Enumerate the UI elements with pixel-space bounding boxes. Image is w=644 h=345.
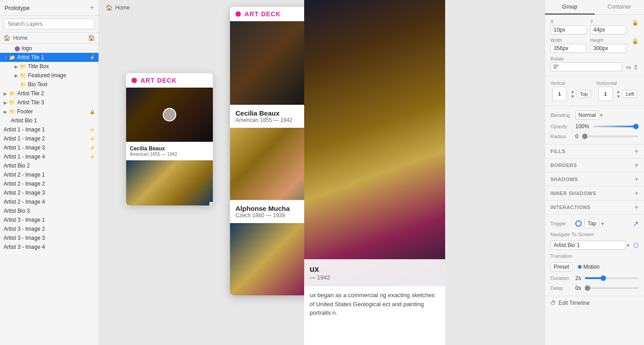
layer-item-featured-image[interactable]: ▶ 📁 Featured Image xyxy=(0,71,99,80)
layer-item-a3-img4[interactable]: Artist 3 - Image 4 xyxy=(0,242,99,252)
shadows-add-btn[interactable]: + xyxy=(635,175,639,183)
radius-track[interactable] xyxy=(582,135,639,137)
layer-item-a2-img2[interactable]: Artist 2 - Image 2 xyxy=(0,179,99,188)
y-input[interactable]: 44px xyxy=(590,25,626,34)
timeline-icon: ⏱ xyxy=(550,300,556,306)
tab-container[interactable]: Container xyxy=(595,0,644,14)
size-lock-icon[interactable]: 🔒 xyxy=(632,38,639,53)
horizontal-controls: 1 ▲ ▼ Left xyxy=(597,87,639,101)
layer-label-bio-text: Bio Text xyxy=(28,81,95,88)
layer-item-a1-img4[interactable]: Artist 1 - Image 4 ⚡ xyxy=(0,152,99,161)
breadcrumb-home-icon: 🏠 xyxy=(106,5,113,11)
blending-select[interactable]: Normal xyxy=(575,111,599,120)
navigate-select[interactable]: Artist Bio 1 xyxy=(550,241,626,250)
borders-section-header: BORDERS + xyxy=(545,159,644,172)
layer-label-a2-img2: Artist 2 - Image 2 xyxy=(4,181,95,187)
small-circle-handle[interactable] xyxy=(163,108,176,121)
layer-item-bio-text[interactable]: 📁 Bio Text xyxy=(0,80,99,89)
h-group: Height 300px xyxy=(590,38,626,53)
rotate-label: Rotate xyxy=(550,56,622,61)
opacity-track[interactable] xyxy=(593,126,639,127)
horizontal-select[interactable]: Left xyxy=(622,90,637,98)
home-row[interactable]: 🏠 Home 🏠 xyxy=(0,33,99,44)
layer-item-a3-img3[interactable]: Artist 3 - Image 3 xyxy=(0,233,99,242)
wh-row: Width 356px Height 300px 🔒 xyxy=(550,38,639,53)
xy-row: X 10px Y 44px 🔒 xyxy=(550,19,639,34)
home-icon-right: 🏠 xyxy=(88,35,95,41)
flip-h-icon[interactable]: ⇔ xyxy=(626,64,631,71)
trigger-select[interactable]: Tap xyxy=(584,219,599,228)
radius-label: Radius xyxy=(550,134,575,139)
layer-label-artist-bio-2: Artist Bio 2 xyxy=(4,163,95,169)
toggle-artist-tile-2: ▶ xyxy=(4,91,9,96)
vertical-select[interactable]: Top xyxy=(577,90,591,98)
layer-item-artist-tile-3[interactable]: ▶ 📁 Artist Tile 3 xyxy=(0,98,99,107)
layer-item-title-box[interactable]: ▶ 📁 Title Box xyxy=(0,62,99,71)
position-lock-icon[interactable]: 🔒 xyxy=(632,19,639,34)
layer-item-a3-img2[interactable]: Artist 3 - Image 2 xyxy=(0,224,99,233)
layer-item-artist-bio-1[interactable]: Artist Bio 1 xyxy=(0,116,99,125)
layer-item-artist-bio-2[interactable]: Artist Bio 2 xyxy=(0,161,99,170)
layer-label-a3-img3: Artist 3 - Image 3 xyxy=(4,235,95,241)
rotate-inputs: Rotate 0° ⇔ ⇕ xyxy=(550,56,639,71)
layer-item-artist-tile-2[interactable]: ▶ 📁 Artist Tile 2 xyxy=(0,89,99,98)
duration-thumb[interactable] xyxy=(601,275,606,281)
layer-item-logo[interactable]: ⬤ logo xyxy=(0,44,99,53)
edit-timeline-label: Edit Timeline xyxy=(559,300,590,306)
panel-title: Prototype xyxy=(5,5,30,11)
opacity-thumb[interactable] xyxy=(633,124,639,129)
radius-thumb[interactable] xyxy=(582,134,588,139)
layer-label-a1-img1: Artist 1 - Image 1 xyxy=(4,126,89,133)
fills-add-btn[interactable]: + xyxy=(635,147,639,155)
layer-item-a2-img4[interactable]: Artist 2 - Image 4 xyxy=(0,197,99,206)
interactions-add-btn[interactable]: + xyxy=(635,203,639,211)
small-artist-dates: American 1855 — 1942 xyxy=(130,152,209,157)
wh-inputs: Width 356px Height 300px 🔒 xyxy=(550,38,639,53)
toggle-footer: ▶ xyxy=(4,109,9,114)
layer-item-a2-img1[interactable]: Artist 2 - Image 1 xyxy=(0,170,99,179)
inner-shadows-add-btn[interactable]: + xyxy=(635,189,639,197)
navigate-external-icon[interactable]: ⬡ xyxy=(633,242,639,249)
toggle-featured-image: ▶ xyxy=(14,73,20,78)
borders-add-btn[interactable]: + xyxy=(635,161,639,169)
layer-item-a1-img3[interactable]: Artist 1 - Image 3 ⚡ xyxy=(0,143,99,152)
preset-motion-row: Preset Motion xyxy=(550,262,639,271)
flip-v-icon[interactable]: ⇕ xyxy=(633,64,639,71)
small-resize-handle[interactable] xyxy=(209,202,213,205)
layer-item-a1-img2[interactable]: Artist 1 - Image 2 ⚡ xyxy=(0,134,99,143)
layer-item-a2-img3[interactable]: Artist 2 - Image 3 xyxy=(0,188,99,197)
horizontal-up-btn[interactable]: ▲ xyxy=(616,89,621,94)
layer-item-artist-tile-1[interactable]: ▼ 📁 Artist Tile 1 ⚡ xyxy=(0,53,99,62)
preset-select[interactable]: Preset xyxy=(550,262,573,271)
delay-value: 0s xyxy=(575,285,581,291)
tab-group[interactable]: Group xyxy=(545,0,595,14)
layer-item-a1-img1[interactable]: Artist 1 - Image 1 ⚡ xyxy=(0,125,99,134)
layer-item-a3-img1[interactable]: Artist 3 - Image 1 xyxy=(0,215,99,224)
layer-item-footer[interactable]: ▶ 📁 Footer 🔒 xyxy=(0,107,99,116)
horizontal-down-btn[interactable]: ▼ xyxy=(616,94,621,99)
vertical-up-btn[interactable]: ▲ xyxy=(570,89,575,94)
badge-a1-img4: ⚡ xyxy=(89,154,95,159)
small-app-bar: ART DECK xyxy=(126,73,213,88)
y-group: Y 44px xyxy=(590,19,626,34)
w-input[interactable]: 356px xyxy=(550,44,587,53)
frame-small[interactable]: ART DECK Cecilia Beaux American 1855 — 1… xyxy=(126,73,213,205)
canvas-area[interactable]: 🏠 Home 100% ART DECK Cecilia Beaux Ameri… xyxy=(99,0,545,345)
x-input[interactable]: 10px xyxy=(550,25,587,34)
add-button[interactable]: + xyxy=(90,4,94,12)
layer-item-artist-bio-3[interactable]: Artist Bio 3 xyxy=(0,206,99,215)
h-input[interactable]: 300px xyxy=(590,44,626,53)
edit-timeline-row[interactable]: ⏱ Edit Timeline xyxy=(545,296,644,310)
rotate-input[interactable]: 0° xyxy=(550,62,622,71)
layer-icon-title-box: 📁 xyxy=(20,64,26,70)
layer-label-featured-image: Featured Image xyxy=(28,72,95,79)
inner-shadows-title: INNER SHADOWS xyxy=(550,191,635,196)
search-input[interactable] xyxy=(4,19,95,29)
duration-track[interactable] xyxy=(585,277,639,279)
horizontal-stepper: ▲ ▼ xyxy=(616,89,621,99)
vertical-down-btn[interactable]: ▼ xyxy=(570,94,575,99)
delay-thumb[interactable] xyxy=(585,285,590,291)
trigger-link-icon[interactable]: ↗ xyxy=(633,219,639,228)
small-app-title: ART DECK xyxy=(141,77,177,84)
delay-track[interactable] xyxy=(585,287,639,289)
